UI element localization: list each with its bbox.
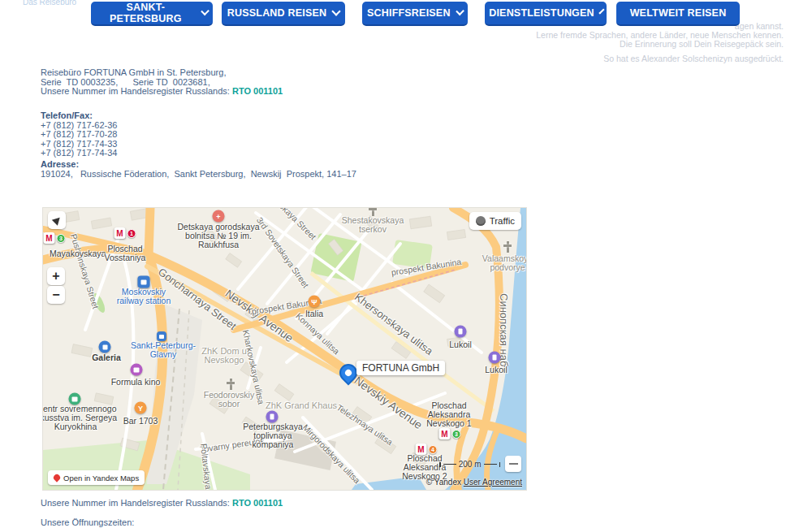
metro-m-icon: M bbox=[114, 227, 126, 239]
user-agreement-link[interactable]: User Agreement bbox=[464, 478, 522, 487]
nav-button-sankt-petersburg[interactable]: SANKT-PETERSBURG bbox=[91, 2, 213, 26]
poi-label: Peterburgskaya toplivnaya kompaniya bbox=[235, 422, 310, 449]
church-icon[interactable] bbox=[502, 241, 513, 253]
zoom-out-button[interactable]: − bbox=[47, 286, 65, 304]
poi-label: Sankt-Peterburg-Glavny bbox=[128, 341, 198, 359]
map-copyright: © Yandex User Agreement bbox=[426, 478, 522, 487]
fortuna-pin-label: FORTUNA GmbH bbox=[356, 361, 445, 375]
open-in-yandex-button[interactable]: Open in Yandex Maps bbox=[48, 470, 145, 485]
registry-number: RTO 001101 bbox=[232, 86, 283, 96]
traffic-button[interactable]: Traffic bbox=[469, 212, 521, 230]
ruler-icon bbox=[509, 463, 518, 465]
phone-block: Telefon/Fax: +7 (812) 717-62-36 +7 (812)… bbox=[41, 111, 117, 158]
map-pin-icon bbox=[52, 473, 61, 482]
poi-label: Moskovskiy railway station bbox=[112, 288, 175, 305]
poi-label: Feodorovskiy sobor bbox=[196, 391, 262, 409]
metro-icon-mayakovskaya[interactable]: M 3 bbox=[44, 232, 66, 244]
ruler-button[interactable] bbox=[505, 456, 521, 472]
shopping-mall-icon[interactable] bbox=[99, 341, 111, 353]
open-button-label: Open in Yandex Maps bbox=[63, 474, 139, 483]
footer-registry-number: RTO 001101 bbox=[232, 498, 283, 508]
nav-label: DIENSTLEISTUNGEN bbox=[489, 7, 594, 19]
phone-heading: Telefon/Fax: bbox=[41, 111, 117, 121]
metro-line-badge: 3 bbox=[452, 430, 461, 439]
church-icon[interactable] bbox=[225, 379, 236, 390]
footer-registry-label: Unsere Nummer im Handelsregister Russlan… bbox=[41, 498, 232, 508]
metro-icon-vosstaniya[interactable]: M 1 bbox=[114, 227, 136, 239]
company-info: Reisebüro FORTUNA GmbH in St. Petersburg… bbox=[41, 68, 283, 97]
geolocation-button[interactable] bbox=[48, 211, 66, 229]
poi-label: Lukoil bbox=[449, 340, 471, 349]
cinema-icon[interactable] bbox=[131, 364, 143, 376]
registry-label: Unsere Nummer im Handelsregister Russlan… bbox=[41, 86, 232, 96]
copyright-text: © Yandex bbox=[426, 478, 464, 487]
complex-label: ZhK Dom u Nevskogo bbox=[192, 347, 256, 365]
metro-label: Ploschad Vosstaniya bbox=[97, 245, 153, 262]
poi-label: Detskaya gorodskaya bolnitsa № 19 im. Ra… bbox=[173, 223, 264, 249]
nav-label: SANKT-PETERSBURG bbox=[96, 2, 196, 24]
company-registry-line: Unsere Nummer im Handelsregister Russlan… bbox=[41, 87, 283, 97]
address-heading: Adresse: bbox=[41, 160, 356, 170]
scale-label: 200 m bbox=[459, 460, 482, 469]
metro-label: Ploschad Aleksandra Nevskogo 1 bbox=[416, 401, 482, 428]
poi-label: Lukoil bbox=[485, 366, 507, 374]
restaurant-icon[interactable]: Ψ bbox=[309, 296, 321, 308]
map-scale-bar: 200 m bbox=[439, 460, 500, 469]
location-arrow-icon bbox=[51, 214, 62, 225]
poi-label: Formula kino bbox=[111, 378, 161, 387]
poi-label: Tsentr sovremennogo iskusstva im. Sergey… bbox=[42, 405, 121, 431]
poi-label: Bar 1703 bbox=[123, 417, 158, 426]
poi-label: Italia bbox=[305, 309, 323, 318]
nav-label: RUSSLAND REISEN bbox=[227, 7, 326, 19]
nav-label: WELTWEIT REISEN bbox=[630, 7, 727, 19]
poi-label: Valaamskoye podvorye bbox=[474, 254, 527, 272]
nav-button-weltweit-reisen[interactable]: WELTWEIT REISEN bbox=[616, 2, 740, 26]
chevron-down-icon bbox=[598, 8, 604, 14]
quote-line: Die Erinnerung soll Dein Reisegepäck sei… bbox=[536, 40, 784, 49]
chevron-down-icon bbox=[201, 7, 209, 16]
metro-line-badge: 3 bbox=[57, 234, 66, 243]
hospital-icon[interactable]: + bbox=[213, 210, 225, 223]
nav-button-russland-reisen[interactable]: RUSSLAND REISEN bbox=[222, 2, 345, 26]
chevron-down-icon bbox=[332, 6, 341, 15]
chevron-down-icon bbox=[456, 7, 464, 16]
metro-m-icon: M bbox=[439, 428, 451, 439]
poi-label: Shestakovskaya tserkov bbox=[335, 216, 410, 234]
zoom-in-button[interactable]: + bbox=[47, 267, 65, 285]
metro-m-icon: M bbox=[44, 232, 55, 244]
phone-number: +7 (812) 717-70-28 bbox=[41, 130, 117, 140]
bar-icon[interactable]: Y bbox=[135, 402, 147, 414]
traffic-label: Traffic bbox=[490, 216, 515, 226]
footer-registry-line: Unsere Nummer im Handelsregister Russlan… bbox=[41, 498, 283, 508]
gas-station-icon[interactable] bbox=[489, 352, 501, 364]
phone-number: +7 (812) 717-74-34 bbox=[41, 149, 117, 158]
yandex-map[interactable]: Pushkinskaya Street Goncharnaya Street N… bbox=[42, 207, 527, 491]
gas-station-icon[interactable] bbox=[455, 326, 467, 338]
company-name-line: Reisebüro FORTUNA GmbH in St. Petersburg… bbox=[41, 68, 283, 78]
metro-icon-pan1[interactable]: M 3 bbox=[439, 428, 461, 439]
poi-label: Galeria bbox=[92, 353, 121, 362]
quote-attribution: So hat es Alexander Solschenizyn ausgedr… bbox=[603, 54, 784, 63]
metro-line-badge: 1 bbox=[127, 229, 136, 238]
address-block: Adresse: 191024, Russische Föderation, S… bbox=[41, 160, 356, 179]
nav-button-schiffsreisen[interactable]: SCHIFFSREISEN bbox=[362, 2, 468, 26]
address-value: 191024, Russische Föderation, Sankt Pete… bbox=[41, 170, 356, 180]
nav-label: SCHIFFSREISEN bbox=[367, 7, 451, 19]
traffic-light-icon bbox=[476, 216, 486, 226]
nav-button-dienstleistungen[interactable]: DIENSTLEISTUNGEN bbox=[485, 2, 607, 26]
footer-hours-label: Unsere Öffnungszeiten: bbox=[41, 517, 134, 527]
complex-label: ZhK Grand Khaus bbox=[266, 401, 337, 410]
top-left-link-fragment[interactable]: Das Reisebüro bbox=[23, 0, 76, 6]
